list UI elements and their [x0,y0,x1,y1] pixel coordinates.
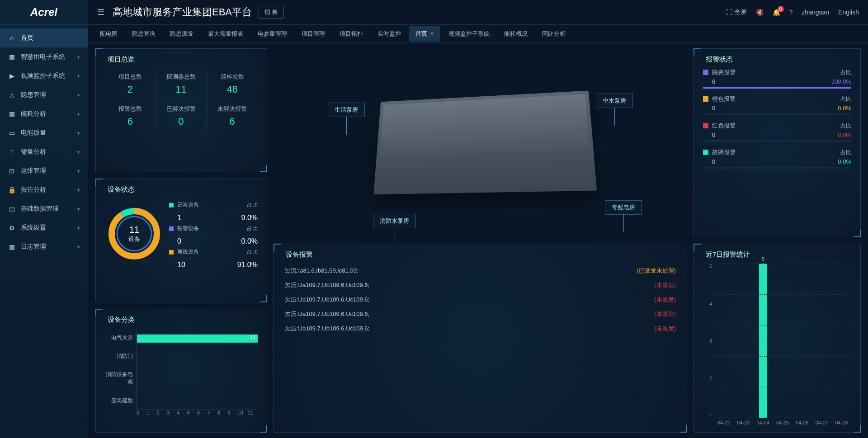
sidebar-item-4[interactable]: ▩能耗分析▾ [0,104,88,123]
alarm-row[interactable]: 欠压:Ua109.7,Ub109.6,Uc109.6;(未派发) [283,307,678,321]
chart-y-tick: 3 [703,338,712,344]
panel-device-status: 设备状态 11 设备 [95,179,267,302]
tab-label: 视频监控子系统 [448,30,490,38]
chart-y-tick: 4 [703,301,712,306]
switch-button[interactable]: 切 换 [259,6,284,19]
chevron-down-icon: ▾ [77,245,80,250]
tab-1[interactable]: 隐患查询 [126,26,162,42]
sidebar-item-8[interactable]: 🔒报告分析▾ [0,180,88,199]
panel-title: 设备状态 [105,185,258,194]
as-ratio-label: 占比 [840,149,851,156]
panel-device-class: 设备分类 电气火灾消防门消防设备电源应急疏散 11 01234567891011 [95,309,267,433]
alarm-row[interactable]: 过流:Ia81.6,Ib81.59,Ic81.59;(已派发未处理) [283,264,678,278]
language-switch[interactable]: English [838,9,859,16]
building-3d-view[interactable]: 生活泵房 中水泵房 消防水泵房 专配电房 [274,48,687,237]
ds-name: 离线设备 [177,248,247,256]
tab-label: 能耗概况 [504,30,528,38]
nav-label: 首页 [21,34,33,42]
alarm-status-item: 隐患报警占比6100.0% [703,68,851,89]
sidebar-item-3[interactable]: △隐患管理▾ [0,85,88,104]
alarm-row[interactable]: 欠压:Ua109.7,Ub109.6,Uc109.6;(未派发) [283,278,678,292]
notification-bell-icon[interactable]: 🔔0 [773,9,780,16]
menu-toggle-icon[interactable]: ☰ [97,7,104,17]
tab-8[interactable]: 首页✕ [409,26,440,42]
ds-ratio-label: 占比 [247,201,258,209]
tab-label: 项目管理 [302,30,325,38]
bar-slot [793,264,812,418]
tab-0[interactable]: 配电图 [94,26,124,42]
username[interactable]: zhangsan [802,9,829,16]
sidebar-item-6[interactable]: ≡需量分析▾ [0,142,88,161]
tab-4[interactable]: 电参量管理 [251,26,293,42]
header: ☰ 高地城市服务产业集团EBA平台 切 换 ⛶ 全屏 🔇 🔔0 ? zhangs… [88,0,868,25]
tab-7[interactable]: 实时监控 [371,26,407,42]
nav-label: 需量分析 [21,148,46,156]
gridline [714,264,851,264]
tab-3[interactable]: 最大需量报表 [202,26,250,42]
sidebar-item-11[interactable]: ▥日志管理▾ [0,237,88,256]
chart-x-tick: 9 [227,410,237,415]
tab-2[interactable]: 隐患派发 [164,26,200,42]
tab-11[interactable]: 同比分析 [536,26,572,42]
tab-5[interactable]: 项目管理 [295,26,331,42]
alarm-status-item: 橙色报警占比00.0% [703,95,851,115]
color-swatch [703,123,708,128]
nav-icon: ⊡ [8,167,15,174]
chart-x-label: 04-23 [733,420,753,425]
panel-title: 设备分类 [105,316,258,324]
gridline [714,356,851,357]
sidebar-item-10[interactable]: ⚙系统设置▾ [0,218,88,237]
tab-9[interactable]: 视频监控子系统 [442,26,496,42]
chart-x-label: 04-24 [753,420,773,425]
tab-10[interactable]: 能耗概况 [498,26,534,42]
sidebar-item-0[interactable]: ⌂首页 [0,28,88,47]
chart-x-label: 04-28 [832,420,851,425]
ov-value: 2 [105,84,156,95]
chart-x-tick: 1 [146,410,156,415]
sidebar-item-7[interactable]: ⊡运维管理▾ [0,161,88,180]
bar-value: 5 [762,256,764,262]
ds-row: 报警设备占比 [169,222,258,235]
class-bar: 11 [137,334,258,343]
class-bar-row [137,396,258,404]
nav-label: 智慧用电子系统 [21,53,65,61]
as-ratio-label: 占比 [840,122,851,130]
ds-row: 正常设备占比 [169,198,258,212]
alarm-row[interactable]: 欠压:Ua109.7,Ub109.6,Uc109.6;(未派发) [283,336,678,340]
building-label: 消防水泵房 [373,214,416,228]
nav-label: 日志管理 [21,243,46,251]
alarm-row[interactable]: 欠压:Ua109.7,Ub109.6,Uc109.6;(未派发) [283,321,678,336]
color-swatch [169,226,174,231]
sidebar-item-5[interactable]: ▭电能质量▾ [0,123,88,142]
sidebar-item-2[interactable]: ▶视频监控子系统▾ [0,66,88,85]
panel-alarm-status: 报警状态 隐患报警占比6100.0%橙色报警占比00.0%红色报警占比00.0%… [693,48,861,237]
gridline [714,387,851,387]
help-icon[interactable]: ? [789,9,793,16]
volume-icon[interactable]: 🔇 [756,9,764,16]
chart-x-tick: 6 [197,410,207,415]
as-name: 故障报警 [712,148,840,156]
ov-value: 48 [207,84,258,95]
tab-6[interactable]: 项目拓扑 [333,26,369,42]
sidebar-item-1[interactable]: ▦智慧用电子系统▾ [0,47,88,66]
nav-icon: ▦ [8,53,15,61]
panel-title: 报警状态 [703,55,851,64]
sidebar-item-9[interactable]: ▤基础数据管理▾ [0,199,88,218]
alarm-row[interactable]: 欠压:Ua109.7,Ub109.6,Uc109.6;(未派发) [283,292,678,307]
nav-icon: ▩ [8,110,15,118]
nav-label: 系统设置 [21,224,46,232]
ds-values: 19.0% [169,212,258,222]
donut-chart: 11 设备 [105,204,164,263]
panel-device-alarm: 设备报警 过流:Ia81.6,Ib81.59,Ic81.59;(已派发未处理)欠… [274,244,687,433]
ds-row: 离线设备占比 [169,245,258,259]
alarm-status: (未派发) [654,281,676,289]
ov-value: 0 [156,116,207,127]
fullscreen-button[interactable]: ⛶ 全屏 [726,8,747,16]
chart-x-tick: 0 [137,410,146,415]
chart-x-tick: 11 [248,410,258,415]
tab-label: 首页 [415,30,427,38]
alarm-text: 欠压:Ua109.7,Ub109.6,Uc109.6; [285,281,654,289]
alarm-text: 欠压:Ua109.7,Ub109.6,Uc109.6; [285,310,654,318]
close-icon[interactable]: ✕ [430,31,434,37]
as-count: 0 [712,105,838,112]
